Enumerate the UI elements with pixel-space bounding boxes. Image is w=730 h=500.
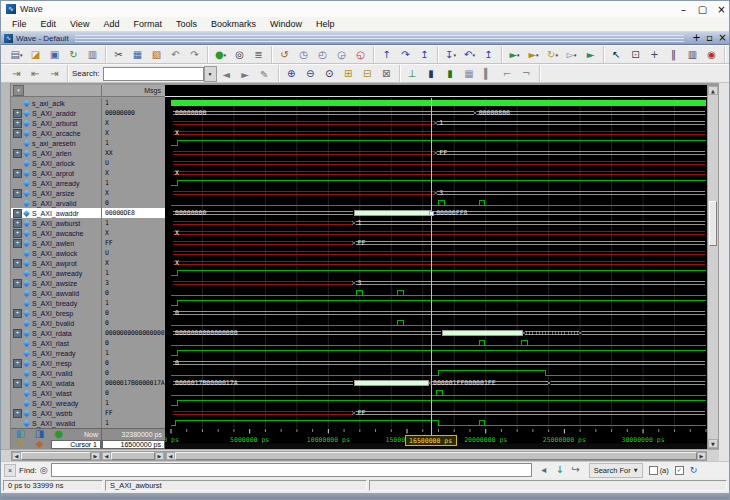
signal-row[interactable]: +S_AXI_awsize	[11, 278, 101, 288]
signal-row[interactable]: +S_AXI_araddr	[11, 108, 101, 118]
find-wrap-icon[interactable]: ↪	[568, 463, 584, 478]
clock-find-icon[interactable]: ◶	[332, 46, 351, 64]
signal-row[interactable]: +S_AXI_wready	[11, 398, 101, 408]
clock-help-icon[interactable]: ◷	[294, 46, 313, 64]
signal-row[interactable]: +S_AXI_rdata	[11, 328, 101, 338]
values-hscrollbar[interactable]: ◀ ▶	[101, 451, 165, 461]
waveform-row[interactable]: FF	[165, 148, 707, 158]
search-input[interactable]	[103, 67, 204, 81]
zoom-in-icon[interactable]: ⊕	[282, 65, 301, 83]
save-icon[interactable]: ▣	[45, 46, 64, 64]
expand-toggle-icon[interactable]: +	[13, 129, 22, 138]
wrap-search-checkbox[interactable]: ✓	[675, 466, 684, 475]
zoom-mode-icon[interactable]: ⊡	[626, 46, 645, 64]
signal-row[interactable]: +S_AXI_arvalid	[11, 198, 101, 208]
waveform-row[interactable]: 0	[165, 358, 707, 368]
scroll-thumb[interactable]	[709, 201, 717, 246]
menu-tools[interactable]: Tools	[169, 19, 204, 29]
zoom-range-icon[interactable]: ⊠	[377, 65, 396, 83]
zoom-out-active-icon[interactable]: ⊟	[358, 65, 377, 83]
cursor1-label[interactable]: Cursor 1	[51, 440, 101, 449]
signal-row[interactable]: +S_AXI_arburst	[11, 118, 101, 128]
expand-toggle-icon[interactable]: +	[13, 359, 22, 368]
menu-view[interactable]: View	[63, 19, 96, 29]
waveform-row[interactable]	[165, 268, 707, 278]
grid-dark-icon[interactable]: ▮	[422, 65, 441, 83]
float-pane-icon[interactable]: ▫	[703, 32, 716, 45]
signal-row[interactable]: +S_AXI_arlock	[11, 158, 101, 168]
new-document-icon[interactable]: ▤▾	[7, 46, 26, 64]
match-case-checkbox[interactable]	[649, 466, 658, 475]
expand-toggle-icon[interactable]: +	[13, 119, 22, 128]
menu-edit[interactable]: Edit	[34, 19, 64, 29]
zoom-in-active-icon[interactable]: ⊞	[339, 65, 358, 83]
refresh-search-icon[interactable]: ↻	[690, 465, 698, 475]
add-wave-icon[interactable]: ↶▾	[460, 46, 479, 64]
run-over-icon[interactable]: ►▾	[524, 46, 543, 64]
find-close-button[interactable]: ×	[4, 464, 16, 477]
signal-row[interactable]: +S_AXI_awlen	[11, 238, 101, 248]
search-options-icon[interactable]: ✎	[255, 66, 274, 84]
waveform-row[interactable]	[165, 338, 707, 348]
expand-toggle-icon[interactable]: +	[13, 329, 22, 338]
undo-icon[interactable]: ↶	[166, 46, 185, 64]
scroll-right-icon[interactable]: ▶	[697, 452, 706, 460]
waveform-row[interactable]: FF	[165, 408, 707, 418]
scroll-thumb[interactable]	[175, 452, 697, 460]
select-mode-icon[interactable]: ↖	[607, 46, 626, 64]
waveform-row[interactable]	[165, 178, 707, 188]
run-next-icon[interactable]: ▻▾	[562, 46, 581, 64]
add-to-top-icon[interactable]: ↥	[479, 46, 498, 64]
names-header[interactable]: ▾	[11, 85, 101, 97]
signal-row[interactable]: +S_AXI_arlen	[11, 148, 101, 158]
names-hscrollbar[interactable]: ◀ ▶	[11, 451, 101, 461]
signal-row[interactable]: +S_AXI_arcache	[11, 128, 101, 138]
interpolate-icon[interactable]: ▍	[479, 65, 498, 83]
scroll-left-icon[interactable]: ◀	[102, 452, 111, 460]
expand-toggle-icon[interactable]: +	[13, 189, 22, 198]
waveform-row[interactable]: X	[165, 168, 707, 178]
expand-toggle-icon[interactable]: +	[13, 229, 22, 238]
signal-row[interactable]: +S_AXI_awprot	[11, 258, 101, 268]
expand-toggle-icon[interactable]: +	[13, 109, 22, 118]
waveform-row[interactable]: 0000017B0000017A000001FF000001FE	[165, 378, 707, 388]
scroll-thumb[interactable]	[21, 452, 91, 460]
signal-row[interactable]: +S_AXI_arsize	[11, 188, 101, 198]
signal-row[interactable]: +S_AXI_rready	[11, 348, 101, 358]
search-dropdown-icon[interactable]: ▼	[204, 66, 217, 82]
zoom-out-icon[interactable]: ⊖	[301, 65, 320, 83]
expand-toggle-icon[interactable]: +	[13, 259, 22, 268]
signal-row[interactable]: +S_AXI_awready	[11, 268, 101, 278]
waveform-row[interactable]: 1	[165, 218, 707, 228]
expanded-time-prev-icon[interactable]: ⇤	[26, 65, 45, 83]
waveform-row[interactable]: X	[165, 258, 707, 268]
values-header[interactable]: Msgs	[101, 85, 165, 97]
pan-mode-icon[interactable]: +	[645, 46, 664, 64]
cursor-lock-icon[interactable]: ⊥	[403, 65, 422, 83]
cursor1-value[interactable]: 16500000 ps	[102, 440, 165, 449]
expand-toggle-icon[interactable]: +	[13, 169, 22, 178]
expand-toggle-icon[interactable]: +	[13, 239, 22, 248]
find-binoculars-icon[interactable]: ◎	[40, 465, 48, 475]
waveform-row[interactable]: FF	[165, 238, 707, 248]
waveform-row[interactable]	[165, 388, 707, 398]
close-pane-icon[interactable]: ×	[716, 32, 729, 45]
menu-window[interactable]: Window	[263, 19, 309, 29]
expand-toggle-icon[interactable]: +	[13, 279, 22, 288]
panel-menu-icon[interactable]: ▾	[13, 85, 24, 96]
open-folder-icon[interactable]: ◪	[26, 46, 45, 64]
cursor-selection-marker[interactable]	[429, 211, 434, 216]
waveform-row[interactable]	[165, 158, 707, 168]
waveform-row[interactable]	[165, 318, 707, 328]
add-selected-icon[interactable]: ↧▾	[441, 46, 460, 64]
expanded-time-insert-icon[interactable]: ⇥	[7, 65, 26, 83]
scroll-up-icon[interactable]: ▲	[708, 86, 718, 95]
copy-icon[interactable]: ▦	[128, 46, 147, 64]
waveform-row[interactable]	[165, 248, 707, 258]
cut-icon[interactable]: ✂	[109, 46, 128, 64]
scroll-left-icon[interactable]: ◀	[166, 452, 175, 460]
cursor1-value-row[interactable]: 16500000 ps	[102, 439, 165, 449]
scroll-right-icon[interactable]: ▶	[155, 452, 164, 460]
grid-light-icon[interactable]: ▦	[460, 65, 479, 83]
expand-toggle-icon[interactable]: +	[13, 409, 22, 418]
